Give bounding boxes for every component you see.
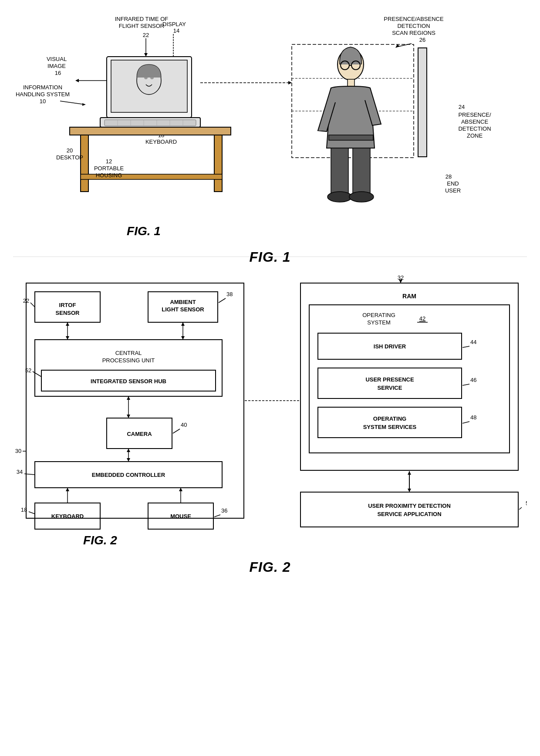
upds-label: USER PROXIMITY DETECTION <box>368 503 451 509</box>
fig1-container: INFRARED TIME OF FLIGHT SENSOR 22 DISPLA… <box>13 13 527 257</box>
portable-housing-label: 12 <box>106 158 112 165</box>
fig2-container: 30 IRTOF SENSOR 22 AMBIENT LIGHT SENSOR … <box>13 270 527 575</box>
detection-arrowhead <box>288 81 292 84</box>
ups-label2: SERVICE <box>378 385 402 391</box>
ambient-to-cpu-head <box>181 336 185 340</box>
upds-block <box>300 492 518 527</box>
table-leg-right <box>214 135 222 192</box>
ref16-label: 16 <box>55 70 61 76</box>
visual-image-label2: IMAGE <box>47 63 66 69</box>
end-user-ref: 28 <box>446 173 452 180</box>
ref38: 38 <box>226 291 233 297</box>
fig2-title-svg: FIG. 2 <box>83 533 117 547</box>
ambient-bidirhead <box>181 322 185 326</box>
ups-label: USER PRESENCE <box>365 376 414 383</box>
ref38-line <box>219 298 226 303</box>
ref46-line <box>462 384 469 385</box>
ihs-label: INFORMATION <box>23 84 62 91</box>
ihs-label2: HANDLING SYSTEM <box>16 91 70 98</box>
ref18: 18 <box>21 506 27 513</box>
ref48-line <box>462 422 469 423</box>
irtof-bidirhead <box>66 322 69 326</box>
ref40: 40 <box>181 422 187 428</box>
camera-label: CAMERA <box>127 431 152 437</box>
upds-label2: SERVICE APPLICATION <box>377 511 441 517</box>
presence-zone-label: 24 <box>459 104 465 110</box>
ref46: 46 <box>470 377 476 383</box>
ref18-line <box>29 512 35 514</box>
ambient-label2: LIGHT SENSOR <box>162 306 204 313</box>
ref52-line <box>33 371 41 377</box>
person-belt <box>329 135 373 140</box>
keyboard-label2: KEYBOARD <box>145 138 177 145</box>
irtof-label: IRTOF <box>59 302 76 308</box>
ram-label: RAM <box>402 293 416 300</box>
ref10-label: 10 <box>40 98 46 105</box>
upds-to-ram-head <box>408 471 411 475</box>
table-top <box>70 127 231 135</box>
ref40-line <box>173 429 180 433</box>
fig2-label: FIG. 2 <box>13 559 527 575</box>
ec-label: EMBEDDED CONTROLLER <box>92 472 165 478</box>
ish-label: INTEGRATED SENSOR HUB <box>91 378 166 385</box>
arrowhead-22 <box>144 53 148 57</box>
infrared-tof-label2: FLIGHT SENSOR <box>119 23 165 29</box>
ref36: 36 <box>221 507 227 514</box>
presence-scan-label3: SCAN REGIONS <box>392 30 435 36</box>
ref26-label: 26 <box>419 37 425 43</box>
fig1-svg: INFRARED TIME OF FLIGHT SENSOR 22 DISPLA… <box>13 13 527 244</box>
fig1-label: FIG. 1 <box>13 249 527 265</box>
arrowhead-scan <box>395 44 400 48</box>
ref52: 52 <box>25 367 31 374</box>
ish-driver-label: ISH DRIVER <box>374 343 406 350</box>
ref44-line <box>462 346 469 348</box>
os-label2: SYSTEM <box>367 319 390 326</box>
table-leg-left <box>81 135 88 192</box>
oss-label2: SYSTEM SERVICES <box>363 424 417 430</box>
ref36-line <box>214 515 220 517</box>
end-user-label2: USER <box>445 187 461 194</box>
ambient-label: AMBIENT <box>170 299 196 305</box>
visual-arrowhead <box>75 79 79 82</box>
desktop-label: 20 <box>67 147 73 154</box>
end-user-label: END <box>447 180 459 187</box>
presence-scan-label: PRESENCE/ABSENCE <box>384 16 444 22</box>
person-leg-right <box>353 148 370 196</box>
keyboard-label-fig2: KEYBOARD <box>51 513 84 520</box>
presence-zone-label4: DETECTION <box>458 125 491 132</box>
ref22-line <box>30 303 35 307</box>
keyboard-ec-head <box>66 488 69 491</box>
ref50: 50 <box>526 500 527 506</box>
ref22-label: 22 <box>143 32 149 38</box>
shoe-left <box>327 192 352 202</box>
ups-block <box>318 368 462 398</box>
wall-panel <box>418 48 427 157</box>
irtof-label2: SENSOR <box>56 310 80 316</box>
ref48: 48 <box>470 414 476 421</box>
oss-label: OPERATING <box>373 415 406 422</box>
ref32-head <box>399 280 402 283</box>
person-leg-left <box>331 148 348 196</box>
ref30: 30 <box>15 448 21 454</box>
ref50-line <box>519 507 522 510</box>
shoe-right <box>349 192 374 202</box>
cpu-label2: PROCESSING UNIT <box>102 357 155 364</box>
camera-to-ec-head <box>127 458 130 462</box>
ref42: 42 <box>419 315 425 322</box>
portable-housing-label2: PORTABLE <box>94 165 124 172</box>
ref22-fig2: 22 <box>23 297 29 304</box>
ref14-label: 14 <box>173 27 179 34</box>
mouse-label: MOUSE <box>170 513 191 520</box>
keyboard-area <box>105 120 196 126</box>
camera-to-ish-head <box>127 396 130 400</box>
page: INFRARED TIME OF FLIGHT SENSOR 22 DISPLA… <box>0 0 540 756</box>
cpu-label: CENTRAL <box>115 350 142 356</box>
ec-to-camera-head <box>127 449 130 452</box>
presence-scan-label2: DETECTION <box>397 23 430 29</box>
visual-image-label: VISUAL <box>47 56 67 62</box>
portable-housing-label3: HOUSING <box>96 172 122 179</box>
irtof-to-cpu-head <box>66 336 69 340</box>
fig1-title: FIG. 1 <box>127 224 161 238</box>
arrowhead-10 <box>82 103 86 106</box>
ram-to-upds-head <box>408 489 411 492</box>
